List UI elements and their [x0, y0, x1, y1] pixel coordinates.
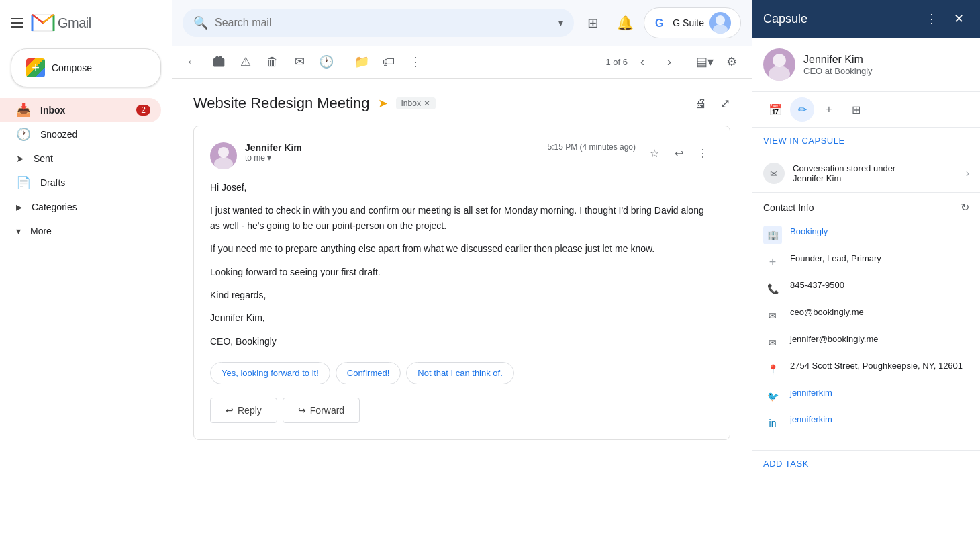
settings-button[interactable]: ⚙ [720, 50, 744, 74]
linkedin-handle[interactable]: jenniferkim [790, 414, 832, 426]
sidebar-item-more[interactable]: ▾ More [0, 219, 161, 243]
toolbar-separator-2 [687, 54, 687, 70]
back-button[interactable]: ← [180, 50, 204, 74]
email-body: Hi Josef, I just wanted to check in with… [210, 180, 714, 349]
search-input[interactable] [215, 17, 552, 29]
contact-twitter: 🐦 jenniferkim [763, 383, 969, 410]
inbox-tag: Inbox ✕ [396, 97, 436, 109]
next-email-button[interactable]: › [657, 50, 681, 74]
svg-point-3 [218, 147, 229, 158]
reply-forward-buttons: ↩ Reply ↪ Forward [210, 398, 714, 423]
label-button[interactable]: 🏷 [377, 50, 401, 74]
smart-reply-3[interactable]: Not that I can think of. [406, 362, 513, 384]
search-dropdown-icon[interactable]: ▾ [558, 17, 563, 28]
reply-inline-button[interactable]: ↩ [668, 142, 689, 164]
inbox-tag-close[interactable]: ✕ [424, 99, 430, 108]
body-signature1: Jennifer Kim, [210, 310, 714, 325]
contact-address: 📍 2754 Scott Street, Poughkeepsie, NY, 1… [763, 356, 969, 383]
snoozed-icon: 🕐 [16, 127, 31, 142]
prev-email-button[interactable]: ‹ [630, 50, 654, 74]
reply-button[interactable]: ↩ Reply [210, 398, 277, 423]
email1-text: ceo@bookingly.me [790, 306, 864, 318]
move-button[interactable]: 📁 [350, 50, 374, 74]
forward-button[interactable]: ↪ Forward [283, 398, 360, 423]
inbox-label: Inbox [40, 105, 127, 116]
capsule-grid-icon[interactable]: ⊞ [844, 97, 868, 122]
capsule-calendar-icon[interactable]: 📅 [763, 97, 787, 122]
more-actions-button[interactable]: ⋮ [403, 50, 428, 74]
categories-icon: ▸ [16, 199, 22, 214]
twitter-icon: 🐦 [763, 387, 782, 406]
message-actions: ☆ ↩ ⋮ [644, 142, 714, 164]
refresh-icon[interactable]: ↻ [961, 201, 969, 214]
body-line2: If you need me to prepare anything else … [210, 241, 714, 256]
body-line4: Kind regards, [210, 287, 714, 302]
capsule-pen-icon[interactable]: ✏ [790, 97, 814, 122]
delete-button[interactable]: 🗑 [260, 50, 285, 74]
sender-to[interactable]: to me ▾ [245, 153, 540, 163]
forward-label: Forward [310, 405, 344, 416]
capsule-title: Capsule [763, 12, 916, 26]
svg-point-6 [769, 66, 790, 81]
apps-button[interactable]: ⊞ [579, 9, 606, 36]
snooze-button[interactable]: 🕐 [314, 50, 338, 74]
twitter-handle[interactable]: jenniferkim [790, 387, 832, 399]
gsuite-button[interactable]: G G Suite [644, 7, 741, 38]
gsuite-g-icon: G [654, 16, 667, 30]
more-icon: ▾ [16, 226, 21, 236]
bell-button[interactable]: 🔔 [611, 9, 638, 36]
search-box[interactable]: 🔍 ▾ [183, 9, 574, 37]
conversation-stored[interactable]: ✉ Conversation stored under Jennifer Kim… [752, 154, 980, 193]
body-signature2: CEO, Bookingly [210, 334, 714, 349]
contact-avatar [763, 48, 795, 81]
view-capsule-link[interactable]: VIEW IN CAPSULE [752, 128, 980, 154]
email1-icon: ✉ [763, 306, 782, 325]
svg-point-4 [214, 157, 233, 169]
print-icon[interactable]: 🖨 [695, 97, 707, 111]
sidebar-item-drafts[interactable]: 📄 Drafts [0, 171, 161, 195]
capsule-close-button[interactable]: ✕ [948, 8, 969, 30]
message-more-button[interactable]: ⋮ [692, 142, 714, 164]
forward-arrow-icon: ↪ [298, 405, 306, 416]
sidebar: Gmail + Compose 📥 Inbox 2 🕐 Snoozed ➤ Se… [0, 0, 172, 538]
sidebar-item-inbox[interactable]: 📥 Inbox 2 [0, 98, 161, 122]
capsule-more-button[interactable]: ⋮ [921, 8, 942, 30]
compose-label: Compose [52, 62, 92, 73]
email-subject-row: Website Redesign Meeting ➤ Inbox ✕ 🖨 ⤢ [193, 95, 730, 112]
contact-add-tag: + Founder, Lead, Primary [763, 249, 969, 275]
compose-plus-icon: + [26, 58, 45, 77]
star-button[interactable]: ☆ [644, 142, 665, 164]
linkedin-icon: in [763, 414, 782, 433]
capsule-add-icon[interactable]: + [817, 97, 841, 122]
contact-email2: ✉ jennifer@bookingly.me [763, 329, 969, 356]
sidebar-item-snoozed[interactable]: 🕐 Snoozed [0, 122, 161, 146]
view-split-button[interactable]: ▤▾ [693, 50, 717, 74]
add-task-button[interactable]: ADD TASK [752, 450, 980, 477]
phone-icon: 📞 [763, 279, 782, 298]
spam-button[interactable]: ⚠ [234, 50, 258, 74]
contact-linkedin: in jenniferkim [763, 410, 969, 437]
svg-point-5 [773, 54, 786, 67]
smart-reply-1[interactable]: Yes, looking forward to it! [210, 362, 330, 384]
compose-button[interactable]: + Compose [11, 48, 161, 87]
address-icon: 📍 [763, 360, 782, 379]
archive-button[interactable] [207, 50, 231, 74]
phone-number: 845-437-9500 [790, 279, 844, 292]
smart-reply-2[interactable]: Confirmed! [336, 362, 401, 384]
sender-name: Jennifer Kim [245, 142, 302, 153]
hamburger-menu[interactable] [11, 18, 23, 28]
sidebar-item-categories[interactable]: ▸ Categories [0, 195, 161, 219]
sender-info: Jennifer Kim to me ▾ [245, 142, 540, 163]
svg-text:G: G [655, 17, 663, 29]
message-time: 5:15 PM (4 minutes ago) [548, 142, 636, 152]
body-line3: Looking forward to seeing your first dra… [210, 265, 714, 279]
topbar: 🔍 ▾ ⊞ 🔔 G G Suite [172, 0, 752, 46]
contact-info-header: Contact Info ↻ [763, 201, 969, 214]
mark-unread-button[interactable]: ✉ [287, 50, 311, 74]
add-tag-icon[interactable]: + [763, 253, 782, 271]
contact-email1: ✉ ceo@bookingly.me [763, 302, 969, 329]
popout-icon[interactable]: ⤢ [720, 96, 730, 111]
sidebar-item-sent[interactable]: ➤ Sent [0, 146, 161, 171]
email2-text: jennifer@bookingly.me [790, 333, 878, 345]
company-name[interactable]: Bookingly [790, 226, 828, 238]
